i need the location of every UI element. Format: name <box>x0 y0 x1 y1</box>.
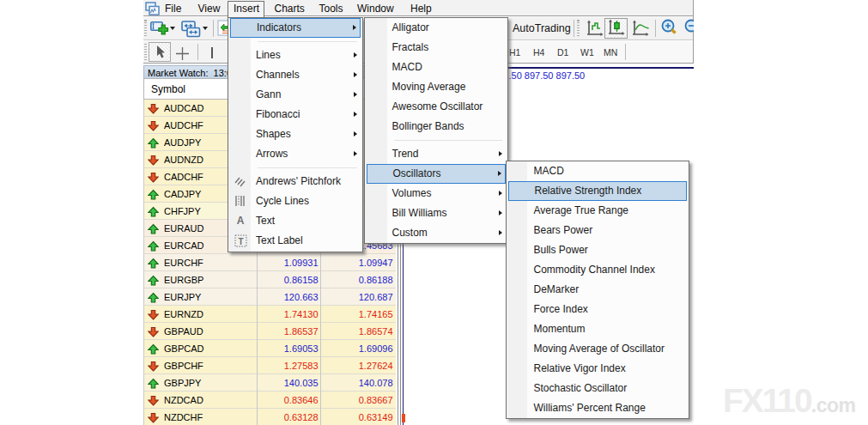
svg-text:T: T <box>238 236 243 246</box>
